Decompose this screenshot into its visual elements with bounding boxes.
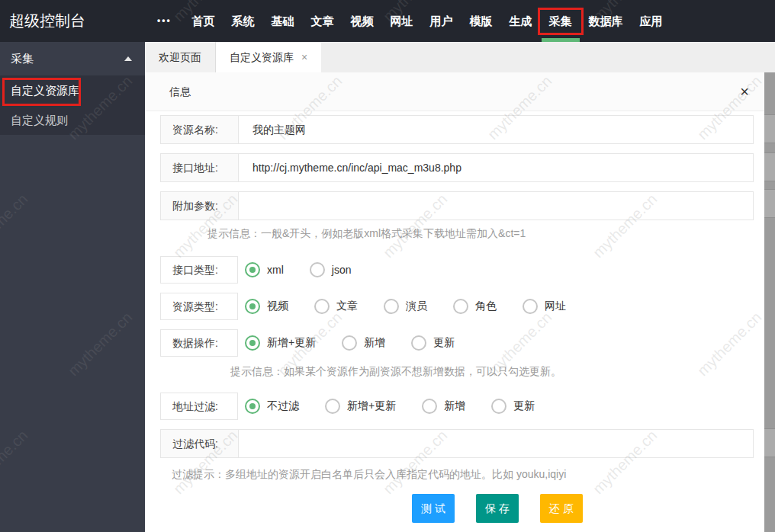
nav-collect[interactable]: 采集 <box>541 0 580 42</box>
annotation-red-box <box>538 8 584 35</box>
test-button[interactable]: 测 试 <box>412 494 455 523</box>
sidebar-submenu: 自定义资源库自定义规则 <box>0 75 145 135</box>
radio-option-data-operation-2[interactable]: 更新 <box>411 335 455 351</box>
radio-option-label: 新增 <box>364 336 385 350</box>
radio-option-resource-type-3[interactable]: 角色 <box>453 299 497 314</box>
sidebar-item-custom-resource[interactable]: 自定义资源库 <box>0 75 145 105</box>
field-resource-name: 资源名称:我的主题网 <box>160 115 754 144</box>
nav-system[interactable]: 系统 <box>223 0 263 42</box>
tab-welcome[interactable]: 欢迎页面 <box>145 42 216 72</box>
radio-option-address-filter-1[interactable]: 新增+更新 <box>325 399 396 414</box>
hint-text: 提示信息：如果某个资源作为副资源不想新增数据，可以只勾选更新。 <box>160 364 764 378</box>
background-row-shadow <box>764 189 775 218</box>
sidebar-group-label: 采集 <box>11 52 34 65</box>
more-menu-icon[interactable]: ••• <box>145 0 184 42</box>
radio-icon[interactable] <box>384 299 399 314</box>
radio-option-resource-type-2[interactable]: 演员 <box>384 299 427 314</box>
radio-option-data-operation-1[interactable]: 新增 <box>342 335 385 351</box>
panel-custom-resource: 信息 × 资源名称:我的主题网接口地址:http://cj.mytheme.cn… <box>145 72 764 532</box>
resource-type-label: 资源类型: <box>160 293 238 320</box>
annotation-red-box <box>2 78 81 106</box>
nav-user[interactable]: 用户 <box>422 0 461 42</box>
radio-icon[interactable] <box>453 299 468 314</box>
resource-form: 资源名称:我的主题网接口地址:http://cj.mytheme.cn/inc/… <box>145 115 764 523</box>
data-operation-label: 数据操作: <box>160 329 238 357</box>
radio-option-label: 演员 <box>406 300 427 313</box>
nav-website[interactable]: 网址 <box>382 0 422 42</box>
tab-custom-resource[interactable]: 自定义资源库× <box>216 42 322 72</box>
panel-title: 信息 <box>169 85 191 98</box>
radio-option-address-filter-0[interactable]: 不过滤 <box>245 399 299 414</box>
close-icon[interactable]: × <box>740 72 749 111</box>
restore-button[interactable]: 还 原 <box>540 494 583 523</box>
radio-icon[interactable] <box>325 399 340 414</box>
radio-option-resource-type-4[interactable]: 网址 <box>523 299 566 314</box>
close-tab-icon[interactable]: × <box>301 52 307 62</box>
radio-option-address-filter-2[interactable]: 新增 <box>422 399 465 414</box>
radio-option-label: 新增 <box>444 399 465 413</box>
chevron-up-icon[interactable] <box>124 56 132 61</box>
nav-app[interactable]: 应用 <box>632 0 671 42</box>
dimmed-background-strip <box>764 72 775 532</box>
main-area: 欢迎页面自定义资源库× 信息 × 资源名称:我的主题网接口地址:http://c… <box>145 42 775 532</box>
radio-option-label: 角色 <box>475 300 497 313</box>
radio-icon[interactable] <box>245 335 260 351</box>
radio-group-data-operation: 数据操作:新增+更新新增更新 <box>160 329 764 357</box>
top-navbar: 超级控制台 •••首页系统基础文章视频网址用户模版生成采集数据库应用 <box>0 0 775 42</box>
api-url-input[interactable]: http://cj.mytheme.cn/inc/api_mac_m3u8.ph… <box>239 154 753 181</box>
address-filter-options: 不过滤新增+更新新增更新 <box>238 399 535 414</box>
nav-database[interactable]: 数据库 <box>580 0 632 42</box>
radio-icon[interactable] <box>411 335 426 351</box>
radio-icon[interactable] <box>422 399 437 414</box>
radio-icon[interactable] <box>245 262 260 277</box>
radio-option-label: 不过滤 <box>267 399 299 413</box>
panel-header: 信息 × <box>145 72 764 111</box>
data-operation-options: 新增+更新新增更新 <box>238 335 455 351</box>
radio-group-address-filter: 地址过滤:不过滤新增+更新新增更新 <box>160 393 764 420</box>
api-url-label: 接口地址: <box>161 154 239 181</box>
app-logo: 超级控制台 <box>0 0 145 42</box>
filter-code-input[interactable] <box>239 430 753 457</box>
radio-option-api-type-1[interactable]: json <box>310 262 352 277</box>
resource-type-options: 视频文章演员角色网址 <box>238 299 566 314</box>
radio-group-resource-type: 资源类型:视频文章演员角色网址 <box>160 293 764 320</box>
radio-icon[interactable] <box>314 299 330 314</box>
radio-option-api-type-0[interactable]: xml <box>245 262 284 277</box>
extra-params-input[interactable] <box>239 192 753 220</box>
footer-buttons: 测 试保 存还 原 <box>412 494 764 523</box>
radio-icon[interactable] <box>245 299 260 314</box>
nav-article[interactable]: 文章 <box>303 0 342 42</box>
resource-name-input[interactable]: 我的主题网 <box>239 116 753 143</box>
background-row-shadow <box>764 152 775 181</box>
radio-option-label: 新增+更新 <box>347 399 396 413</box>
radio-option-resource-type-1[interactable]: 文章 <box>314 299 358 314</box>
radio-icon[interactable] <box>245 399 260 414</box>
nav-template[interactable]: 模版 <box>461 0 501 42</box>
nav-home[interactable]: 首页 <box>184 0 223 42</box>
radio-icon[interactable] <box>310 262 325 277</box>
sidebar-item-custom-rules[interactable]: 自定义规则 <box>0 105 145 135</box>
active-nav-indicator <box>542 38 580 42</box>
radio-option-label: xml <box>267 264 284 276</box>
nav-video[interactable]: 视频 <box>342 0 382 42</box>
radio-group-api-type: 接口类型:xmljson <box>160 256 764 284</box>
api-type-label: 接口类型: <box>160 256 238 284</box>
radio-option-data-operation-0[interactable]: 新增+更新 <box>245 335 316 351</box>
radio-icon[interactable] <box>523 299 538 314</box>
save-button[interactable]: 保 存 <box>476 494 519 523</box>
radio-option-label: 视频 <box>267 300 288 313</box>
radio-option-label: 文章 <box>336 300 358 313</box>
background-row-shadow <box>764 114 775 143</box>
radio-option-label: json <box>332 264 352 276</box>
tab-bar: 欢迎页面自定义资源库× <box>145 42 775 72</box>
radio-icon[interactable] <box>491 399 506 414</box>
top-nav-menu: •••首页系统基础文章视频网址用户模版生成采集数据库应用 <box>145 0 671 42</box>
sidebar-group-collect[interactable]: 采集 <box>0 42 145 75</box>
radio-option-address-filter-3[interactable]: 更新 <box>491 399 535 414</box>
radio-option-resource-type-0[interactable]: 视频 <box>245 299 288 314</box>
api-type-options: xmljson <box>238 262 351 277</box>
nav-basic[interactable]: 基础 <box>263 0 303 42</box>
sidebar: 采集 自定义资源库自定义规则 <box>0 42 145 532</box>
nav-generate[interactable]: 生成 <box>501 0 541 42</box>
radio-icon[interactable] <box>342 335 357 351</box>
